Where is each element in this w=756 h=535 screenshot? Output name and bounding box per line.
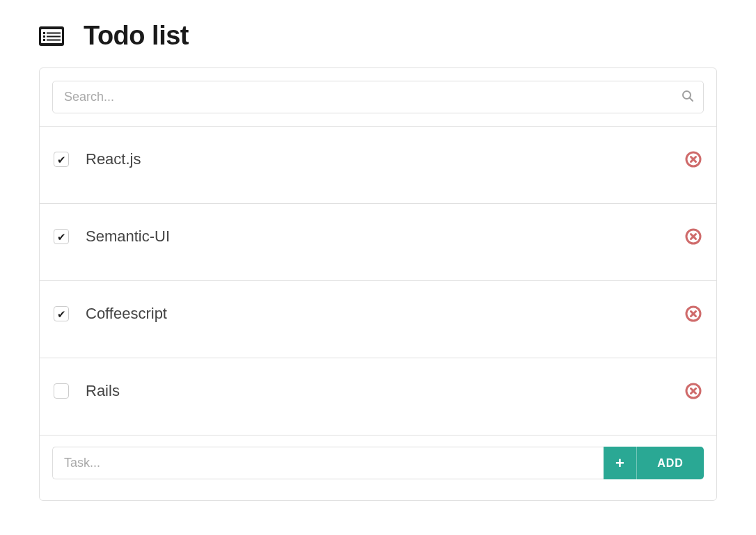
- todo-item: React.js: [40, 127, 716, 204]
- todo-item: Semantic-UI: [40, 204, 716, 281]
- add-button[interactable]: ADD: [637, 447, 704, 479]
- todo-panel: React.js Semantic-UI Coffeescript Rails …: [39, 67, 717, 501]
- delete-icon[interactable]: [684, 150, 702, 168]
- todo-label: Semantic-UI: [86, 227, 684, 246]
- delete-icon[interactable]: [684, 382, 702, 400]
- todo-list: React.js Semantic-UI Coffeescript Rails: [40, 127, 716, 436]
- delete-icon[interactable]: [684, 227, 702, 246]
- svg-rect-5: [47, 35, 61, 37]
- svg-rect-6: [43, 39, 45, 41]
- svg-rect-2: [43, 32, 45, 34]
- task-input[interactable]: [52, 447, 604, 479]
- plus-icon: +: [604, 447, 637, 479]
- search-bar: [40, 68, 716, 127]
- delete-icon[interactable]: [684, 305, 702, 323]
- todo-label: React.js: [86, 150, 684, 168]
- todo-checkbox[interactable]: [54, 383, 69, 399]
- todo-checkbox[interactable]: [54, 229, 69, 244]
- todo-checkbox[interactable]: [54, 152, 69, 167]
- svg-rect-3: [47, 32, 61, 33]
- todo-label: Coffeescript: [86, 305, 684, 323]
- todo-item: Rails: [40, 358, 716, 436]
- todo-item: Coffeescript: [40, 281, 716, 358]
- svg-rect-4: [43, 35, 45, 38]
- todo-label: Rails: [86, 382, 684, 400]
- todo-checkbox[interactable]: [54, 306, 69, 321]
- page-header: Todo list: [39, 21, 717, 51]
- page-title: Todo list: [84, 21, 189, 51]
- svg-rect-7: [47, 39, 61, 40]
- add-bar: + ADD: [40, 436, 716, 500]
- list-icon: [39, 26, 64, 46]
- search-input[interactable]: [52, 81, 704, 113]
